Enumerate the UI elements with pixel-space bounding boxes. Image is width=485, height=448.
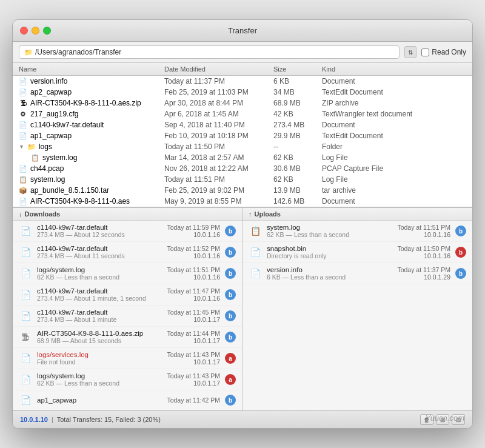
downloads-header: ↓ Downloads [13, 208, 242, 221]
table-row[interactable]: 📄 version.info Today at 11:37 PM 6 KB Do… [13, 76, 472, 87]
table-row[interactable]: 📄 ch44.pcap Nov 26, 2018 at 12:22 AM 30.… [13, 163, 472, 174]
list-item[interactable]: 📄 c1140-k9w7-tar.default 273.4 MB — Abou… [13, 221, 242, 242]
file-name: ⚙ 217_aug19.cfg [19, 110, 164, 118]
list-item[interactable]: 🗜 AIR-CT3504-K9-8-8-111-0.aes.zip 68.9 M… [13, 327, 242, 348]
list-item[interactable]: 📄 logs/services.log File not found Today… [13, 348, 242, 369]
file-kind: Document [322, 77, 466, 85]
readonly-checkbox[interactable] [421, 48, 429, 56]
doc-icon: 📄 [19, 132, 27, 140]
file-kind: Document [322, 121, 466, 129]
cfg-icon: ⚙ [19, 110, 27, 118]
item-detail: File not found [37, 358, 162, 366]
transfer-badge: b [455, 247, 466, 258]
file-name-text: ap_bundle_8.5.1.150.tar [30, 186, 109, 195]
list-item[interactable]: 📄 version.info 6 KB — Less than a second… [242, 263, 472, 284]
table-row[interactable]: 📄 ap2_capwap Feb 25, 2019 at 11:03 PM 34… [13, 87, 472, 98]
downloads-list: 📄 c1140-k9w7-tar.default 273.4 MB — Abou… [13, 221, 242, 410]
path-bar[interactable]: 📁 /Users/agranados/Transfer [19, 45, 400, 59]
file-name: 📄 AIR-CT3504-K9-8-8-111-0.aes [19, 197, 164, 206]
doc-icon: 📄 [19, 198, 27, 206]
table-row[interactable]: 📋 system.log Today at 11:51 PM 62 KB Log… [13, 174, 472, 185]
item-ip: 10.0.1.17 [167, 316, 220, 323]
item-detail: 273.4 MB — About 1 minute [37, 316, 162, 323]
file-date: Apr 6, 2018 at 1:45 AM [164, 110, 273, 118]
item-name: c1140-k9w7-tar.default [37, 245, 162, 252]
item-date: Today at 11:47 PM [167, 287, 220, 295]
file-date: Today at 11:50 PM [164, 142, 273, 151]
item-detail: 6 KB — Less than a second [267, 273, 392, 281]
path-arrows[interactable]: ⇅ [404, 46, 416, 58]
item-meta: Today at 11:51 PM 10.0.1.16 [397, 224, 450, 238]
file-name-text: system.log [30, 175, 65, 184]
file-kind: TextEdit Document [322, 132, 466, 140]
table-row[interactable]: 📋 system.log Mar 14, 2018 at 2:57 AM 62 … [13, 152, 472, 163]
doc-icon: 📄 [19, 89, 27, 96]
list-item[interactable]: 📄 c1140-k9w7-tar.default 273.4 MB — Abou… [13, 242, 242, 263]
item-meta: Today at 11:43 PM 10.0.1.17 [167, 372, 220, 387]
item-ip: 10.0.1.17 [167, 358, 220, 366]
file-name-text: system.log [42, 153, 77, 162]
list-item[interactable]: 📄 c1140-k9w7-tar.default 273.4 MB — Abou… [13, 284, 242, 306]
file-name: 🗜 AIR-CT3504-K9-8-8-111-0.aes.zip [19, 99, 164, 107]
table-row[interactable]: 📄 c1140-k9w7-tar.default Sep 4, 2018 at … [13, 119, 472, 130]
file-name: 📄 ch44.pcap [19, 164, 164, 173]
item-ip: 10.0.1.16 [397, 252, 450, 259]
file-name-text: version.info [30, 77, 67, 85]
list-item[interactable]: 📄 logs/system.log 62 KB — Less than a se… [13, 263, 242, 284]
item-date: Today at 11:59 PM [167, 224, 220, 231]
item-icon: 📋 [249, 224, 262, 238]
toolbar: 📁 /Users/agranados/Transfer ⇅ Read Only [13, 42, 472, 63]
watermark: Yuucn.com [425, 413, 464, 423]
item-icon: 📄 [19, 373, 32, 386]
file-date: Mar 14, 2018 at 2:57 AM [164, 153, 273, 162]
item-detail: 68.9 MB — About 15 seconds [37, 337, 162, 344]
status-separator: | [52, 416, 53, 423]
file-list: 📄 version.info Today at 11:37 PM 6 KB Do… [13, 76, 472, 207]
transfer-badge: b [225, 310, 236, 321]
zip-icon: 🗜 [19, 99, 27, 107]
list-item[interactable]: 📋 system.log 62 KB — Less than a second … [242, 221, 472, 242]
maximize-button[interactable] [43, 27, 51, 35]
minimize-button[interactable] [32, 27, 39, 35]
file-date: May 9, 2019 at 8:55 PM [164, 197, 273, 206]
table-row[interactable]: 📄 AIR-CT3504-K9-8-8-111-0.aes May 9, 201… [13, 196, 472, 207]
item-date: Today at 11:51 PM [167, 266, 220, 273]
item-ip: 10.0.1.17 [167, 337, 220, 344]
item-name: snapshot.bin [267, 245, 392, 252]
close-button[interactable] [20, 27, 28, 35]
table-row[interactable]: 📦 ap_bundle_8.5.1.150.tar Feb 25, 2019 a… [13, 185, 472, 196]
table-row[interactable]: ⚙ 217_aug19.cfg Apr 6, 2018 at 1:45 AM 4… [13, 109, 472, 119]
list-item[interactable]: 📄 ap1_capwap Today at 11:42 PM b [13, 390, 242, 410]
file-date: Nov 26, 2018 at 12:22 AM [164, 164, 273, 173]
downloads-label: Downloads [25, 210, 61, 218]
file-size: 42 KB [273, 110, 322, 118]
readonly-label: Read Only [432, 48, 466, 56]
transfer-badge: b [225, 226, 236, 236]
list-item[interactable]: 📄 c1140-k9w7-tar.default 273.4 MB — Abou… [13, 306, 242, 327]
file-name-text: 217_aug19.cfg [30, 110, 78, 118]
window-title: Transfer [228, 26, 257, 35]
item-date: Today at 11:51 PM [397, 224, 450, 231]
item-detail: 62 KB — Less than a second [37, 379, 162, 387]
item-meta: Today at 11:44 PM 10.0.1.17 [167, 330, 220, 344]
table-row[interactable]: 🗜 AIR-CT3504-K9-8-8-111-0.aes.zip Apr 30… [13, 98, 472, 109]
item-icon: 🗜 [19, 330, 32, 344]
readonly-checkbox-wrapper[interactable]: Read Only [421, 48, 466, 56]
item-ip: 10.0.1.16 [397, 231, 450, 238]
col-date: Date Modified [164, 65, 273, 73]
list-item[interactable]: 📄 snapshot.bin Directory is read only To… [242, 242, 472, 263]
col-name: Name [19, 65, 164, 73]
list-item[interactable]: 📄 logs/system.log 62 KB — Less than a se… [13, 369, 242, 390]
file-name: 📄 ap2_capwap [19, 88, 164, 96]
file-size: 142.6 MB [273, 197, 322, 206]
item-name: c1140-k9w7-tar.default [37, 309, 162, 316]
table-row[interactable]: ▼ 📁 logs Today at 11:50 PM -- Folder [13, 141, 472, 152]
file-name: 📋 system.log [19, 153, 164, 162]
file-name: ▼ 📁 logs [19, 142, 164, 151]
file-browser: Name Date Modified Size Kind 📄 version.i… [13, 63, 472, 207]
item-icon: 📄 [249, 246, 262, 259]
item-name: ap1_capwap [37, 396, 162, 404]
uploads-pane: ↑ Uploads 📋 system.log 62 KB — Less than… [242, 208, 472, 410]
folder-icon: 📁 [27, 143, 36, 151]
table-row[interactable]: 📄 ap1_capwap Feb 10, 2019 at 10:18 PM 29… [13, 130, 472, 141]
